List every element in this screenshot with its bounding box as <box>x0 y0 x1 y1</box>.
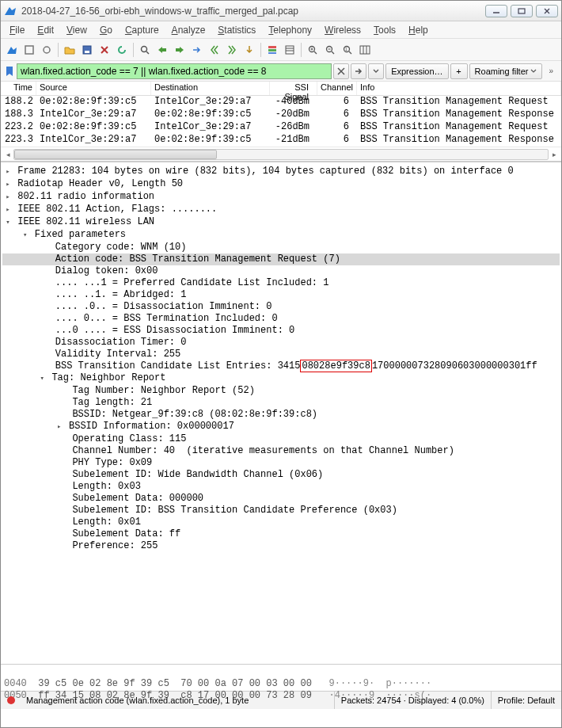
col-ssi[interactable]: SSI Signal <box>270 82 317 95</box>
tree-bss-term[interactable]: .... 0... = BSS Termination Included: 0 <box>55 313 278 324</box>
col-source[interactable]: Source <box>36 82 151 95</box>
tree-subelem-data-0[interactable]: Subelement Data: 000000 <box>72 493 203 504</box>
expression-button[interactable]: Expression… <box>385 63 448 79</box>
packet-row[interactable]: 223.20e:02:8e:9f:39:c5IntelCor_3e:29:a7-… <box>1 121 561 134</box>
menu-capture[interactable]: Capture <box>120 23 165 37</box>
menu-tools[interactable]: Tools <box>368 23 401 37</box>
resize-columns-icon[interactable] <box>357 42 373 58</box>
menu-go[interactable]: Go <box>94 23 118 37</box>
tree-category-code[interactable]: Category code: WNM (10) <box>55 242 187 253</box>
tree-disassoc-timer[interactable]: Disassociation Timer: 0 <box>55 337 187 348</box>
close-file-icon[interactable] <box>97 42 112 58</box>
col-time[interactable]: Time <box>1 82 36 95</box>
menu-wireless[interactable]: Wireless <box>319 23 366 37</box>
tree-wlan[interactable]: IEEE 802.11 wireless LAN <box>17 216 154 227</box>
expand-icon[interactable] <box>4 166 12 178</box>
packet-details-pane[interactable]: Frame 21283: 104 bytes on wire (832 bits… <box>1 162 561 665</box>
tree-fixed-params[interactable]: Fixed parameters <box>35 229 126 240</box>
restart-capture-icon[interactable] <box>39 42 55 58</box>
tree-dialog-token[interactable]: Dialog token: 0x00 <box>55 265 158 276</box>
menu-statistics[interactable]: Statistics <box>212 23 261 37</box>
collapse-icon[interactable] <box>38 372 46 385</box>
expand-icon[interactable] <box>4 191 12 204</box>
tree-length-03[interactable]: Length: 0x03 <box>72 481 140 492</box>
tree-preference[interactable]: Preference: 255 <box>72 540 158 551</box>
find-packet-icon[interactable] <box>137 42 153 58</box>
tree-abridged[interactable]: .... ..1. = Abridged: 1 <box>55 289 187 300</box>
zoom-out-icon[interactable] <box>322 42 338 58</box>
scroll-left-icon[interactable]: ◂ <box>2 149 13 160</box>
col-dest[interactable]: Destination <box>151 82 270 95</box>
tree-tag-number[interactable]: Tag Number: Neighbor Report (52) <box>72 385 254 396</box>
collapse-icon[interactable] <box>4 216 12 229</box>
tree-tag-neighbor[interactable]: Tag: Neighbor Report <box>51 372 165 383</box>
menu-file[interactable]: File <box>4 23 30 37</box>
recent-filters-dropdown[interactable] <box>368 63 384 79</box>
go-back-icon[interactable] <box>154 42 170 58</box>
scroll-thumb[interactable] <box>14 150 217 159</box>
tree-action-code[interactable]: Action code: BSS Transition Management R… <box>55 253 340 265</box>
tree-action[interactable]: IEEE 802.11 Action, Flags: ........ <box>17 204 217 215</box>
tree-bssid-info[interactable]: BSSID Information: 0x00000017 <box>69 421 234 432</box>
packet-row[interactable]: 223.3IntelCor_3e:29:a70e:02:8e:9f:39:c5-… <box>1 134 561 147</box>
tree-radiotap[interactable]: Radiotap Header v0, Length 50 <box>17 178 183 189</box>
collapse-icon[interactable] <box>21 229 29 242</box>
maximize-button[interactable] <box>511 5 533 17</box>
tree-subelem-data-ff[interactable]: Subelement Data: ff <box>72 528 180 539</box>
minimize-button[interactable] <box>485 5 507 17</box>
open-file-icon[interactable] <box>62 42 78 58</box>
add-filter-button[interactable]: + <box>450 63 468 79</box>
bookmark-icon[interactable] <box>4 66 15 77</box>
zoom-reset-icon[interactable]: 1 <box>340 42 355 58</box>
tree-phy-type[interactable]: PHY Type: 0x09 <box>72 457 152 468</box>
tree-disassoc-imm[interactable]: .... .0.. = Disassociation Imminent: 0 <box>55 301 272 312</box>
tree-channel-num[interactable]: Channel Number: 40 (iterative measuremen… <box>72 445 454 456</box>
packet-bytes-pane[interactable]: 0040 39 c5 0e 02 8e 9f 39 c5 70 00 0a 07… <box>1 665 561 692</box>
expert-info-icon[interactable] <box>7 696 15 704</box>
go-first-icon[interactable] <box>207 42 222 58</box>
auto-scroll-icon[interactable] <box>241 42 257 58</box>
tree-ess-disassoc[interactable]: ...0 .... = ESS Disassociation Imminent:… <box>55 325 294 336</box>
save-file-icon[interactable] <box>79 42 95 58</box>
stop-capture-icon[interactable] <box>21 42 37 58</box>
tree-cand-list-a[interactable]: BSS Transition Candidate List Entries: 3… <box>55 360 301 372</box>
go-to-packet-icon[interactable] <box>189 42 205 58</box>
tree-pref-cand[interactable]: .... ...1 = Preferred Candidate List Inc… <box>55 277 329 288</box>
roaming-filter-button[interactable]: Roaming filter <box>469 63 543 79</box>
apply-filter-button[interactable] <box>351 63 366 79</box>
status-profile[interactable]: Profile: Default <box>491 692 561 709</box>
clear-filter-button[interactable] <box>333 63 349 79</box>
display-filter-input[interactable] <box>17 63 332 79</box>
tree-length-01[interactable]: Length: 0x01 <box>72 516 140 528</box>
tree-validity[interactable]: Validity Interval: 255 <box>55 349 180 360</box>
expand-icon[interactable] <box>4 204 12 216</box>
col-channel[interactable]: Channel <box>317 82 357 95</box>
go-forward-icon[interactable] <box>172 42 188 58</box>
start-capture-icon[interactable] <box>4 42 20 58</box>
colorize-icon[interactable] <box>264 42 280 58</box>
menu-analyze[interactable]: Analyze <box>166 23 211 37</box>
tree-subelem-id-wbc[interactable]: Subelement ID: Wide Bandwidth Channel (0… <box>72 469 323 480</box>
scroll-track[interactable] <box>13 149 549 160</box>
close-button[interactable] <box>536 5 558 17</box>
hex-bytes[interactable]: 39 c5 0e 02 8e 9f 39 c5 70 00 0a 07 00 0… <box>38 678 312 689</box>
menu-edit[interactable]: Edit <box>32 23 59 37</box>
col-info[interactable]: Info <box>357 82 561 95</box>
scroll-right-icon[interactable]: ▸ <box>549 149 560 160</box>
tree-radio[interactable]: 802.11 radio information <box>17 191 154 202</box>
expand-icon[interactable] <box>55 421 63 433</box>
packet-row[interactable]: 188.20e:02:8e:9f:39:c5IntelCor_3e:29:a7-… <box>1 96 561 109</box>
menu-help[interactable]: Help <box>403 23 434 37</box>
go-last-icon[interactable] <box>224 42 240 58</box>
menu-view[interactable]: View <box>61 23 93 37</box>
columns-icon[interactable] <box>282 42 298 58</box>
tree-cand-list-c[interactable]: 170000007328090603000000301ff <box>372 360 537 372</box>
tree-tag-length[interactable]: Tag length: 21 <box>72 397 152 408</box>
menu-telephony[interactable]: Telephony <box>263 23 317 37</box>
expand-icon[interactable] <box>4 178 12 191</box>
toolbar-overflow-icon[interactable]: » <box>544 67 558 75</box>
packet-row[interactable]: 188.3IntelCor_3e:29:a70e:02:8e:9f:39:c5-… <box>1 109 561 121</box>
packet-list-hscroll[interactable]: ◂ ▸ <box>1 147 561 161</box>
tree-subelem-id-pref[interactable]: Subelement ID: BSS Transition Candidate … <box>72 505 397 516</box>
tree-frame[interactable]: Frame 21283: 104 bytes on wire (832 bits… <box>17 166 514 177</box>
